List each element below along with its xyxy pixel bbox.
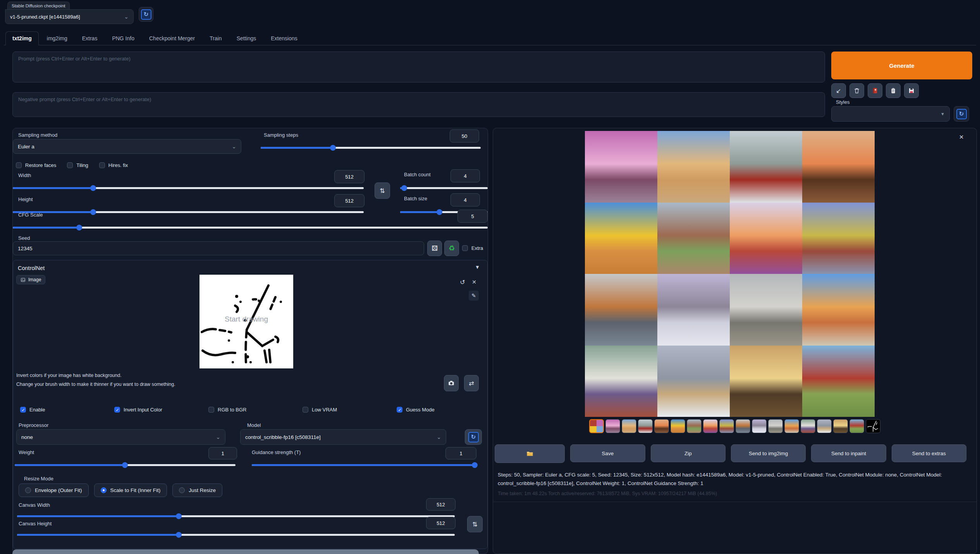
thumbnail-yellow-house-desert[interactable] bbox=[671, 419, 685, 433]
cfg-scale-input[interactable]: 5 bbox=[457, 210, 488, 223]
thumbnail-barn-golden-sunset[interactable] bbox=[833, 419, 848, 433]
thumbnail-coastal-road-houses[interactable] bbox=[736, 419, 750, 433]
collapse-panel-button[interactable]: ▼ bbox=[475, 264, 480, 270]
send-to-img2img-button[interactable]: Send to img2img bbox=[731, 444, 806, 462]
gallery-image-red-house-purple-path[interactable] bbox=[730, 203, 802, 274]
thumbnail-grid[interactable] bbox=[589, 419, 604, 433]
height-input[interactable]: 512 bbox=[334, 194, 364, 207]
mirror-webcam-button[interactable]: ⇄ bbox=[464, 375, 479, 391]
refresh-models-button[interactable]: ↻ bbox=[465, 429, 482, 445]
thumbnail-red-farmhouse-meadow[interactable] bbox=[849, 419, 864, 433]
tiling-checkbox[interactable] bbox=[67, 162, 73, 168]
gallery-image-snowy-mountain-cabin[interactable] bbox=[657, 346, 730, 417]
resize-option-just-resize[interactable]: Just Resize bbox=[172, 483, 222, 497]
checkbox-enable[interactable]: Enable bbox=[20, 407, 114, 413]
canvas-height-input[interactable]: 512 bbox=[426, 517, 456, 529]
zip-button[interactable]: Zip bbox=[651, 444, 726, 462]
checkbox-restore-faces[interactable]: Restore faces bbox=[16, 162, 56, 168]
script-section-edge[interactable] bbox=[12, 549, 479, 554]
negative-prompt-input[interactable] bbox=[12, 92, 825, 117]
checkbox-rgb-to-bgr[interactable]: RGB to BGR bbox=[208, 407, 303, 413]
tab-extras[interactable]: Extras bbox=[76, 32, 104, 45]
resize-option-envelope-outer-fit[interactable]: Envelope (Outer Fit) bbox=[19, 483, 89, 497]
prompt-input[interactable] bbox=[12, 52, 825, 83]
tab-checkpoint-merger[interactable]: Checkpoint Merger bbox=[143, 32, 201, 45]
gallery-image-dark-house-orange-sunset[interactable] bbox=[802, 131, 875, 203]
thumbnail-snowy-village-lane[interactable] bbox=[752, 419, 767, 433]
gallery-image-colorful-street-sunburst[interactable] bbox=[802, 203, 875, 274]
tab-train[interactable]: Train bbox=[203, 32, 228, 45]
checkbox-guess-mode[interactable]: Guess Mode bbox=[397, 407, 491, 413]
save-style-button[interactable] bbox=[904, 83, 919, 98]
thumbnail-grayscale-old-house[interactable] bbox=[768, 419, 783, 433]
close-gallery-button[interactable]: ✕ bbox=[957, 133, 966, 141]
checkpoint-dropdown[interactable]: v1-5-pruned.ckpt [e1441589a6] ⌄ bbox=[5, 9, 134, 24]
swap-width-height-button[interactable]: ⇅ bbox=[375, 182, 390, 199]
seed-input[interactable]: 12345 bbox=[13, 241, 424, 255]
cfg-scale-slider[interactable] bbox=[13, 224, 488, 231]
preprocessor-dropdown[interactable]: none ⌄ bbox=[16, 429, 225, 445]
generate-button[interactable]: Generate bbox=[831, 52, 972, 79]
height-slider[interactable] bbox=[13, 209, 364, 215]
thumbnail-village-street-purple-sunset[interactable] bbox=[605, 419, 620, 433]
webcam-button[interactable] bbox=[444, 375, 459, 391]
width-input[interactable]: 512 bbox=[334, 170, 364, 183]
weight-input[interactable]: 1 bbox=[208, 447, 237, 459]
gallery-image-barn-golden-sunset[interactable] bbox=[730, 346, 802, 417]
tab-extensions[interactable]: Extensions bbox=[264, 32, 304, 45]
gallery-image-grayscale-old-house[interactable] bbox=[730, 274, 802, 346]
thumbnail-scribble[interactable] bbox=[866, 419, 880, 433]
brush-button[interactable]: ✎ bbox=[469, 291, 479, 301]
thumbnail-dark-house-orange-sunset[interactable] bbox=[654, 419, 669, 433]
tab-txt2img[interactable]: txt2img bbox=[5, 31, 39, 45]
open-folder-button[interactable] bbox=[495, 444, 565, 463]
weight-slider[interactable] bbox=[15, 462, 236, 468]
gallery-image-cottage-blue-sky[interactable] bbox=[657, 131, 730, 203]
gallery-image-red-houses-snowy-mountain[interactable] bbox=[730, 131, 802, 203]
thumbnail-cottage-blue-sky[interactable] bbox=[622, 419, 636, 433]
rgb-to-bgr-checkbox[interactable] bbox=[208, 407, 214, 413]
checkbox-invert-input-color[interactable]: Invert Input Color bbox=[114, 407, 208, 413]
refresh-checkpoint-button[interactable]: ↻ bbox=[139, 7, 153, 22]
gallery-image-stone-house-green-yard[interactable] bbox=[657, 203, 730, 274]
thumbnail-snowy-mountain-cabin[interactable] bbox=[817, 419, 832, 433]
swap-canvas-dims-button[interactable]: ⇅ bbox=[467, 516, 483, 532]
styles-dropdown[interactable]: ▼ bbox=[831, 106, 950, 122]
guidance-strength-slider[interactable] bbox=[252, 462, 475, 468]
random-seed-button[interactable]: ⚄ bbox=[427, 241, 442, 256]
paste-params-button[interactable] bbox=[886, 83, 901, 98]
refresh-styles-button[interactable]: ↻ bbox=[954, 106, 969, 122]
restore-faces-checkbox[interactable] bbox=[16, 162, 22, 168]
gallery-image-coastal-road-houses[interactable] bbox=[585, 274, 657, 346]
gallery-image-snowy-village-lane[interactable] bbox=[657, 274, 730, 346]
thumbnail-colorful-street-sunburst[interactable] bbox=[719, 419, 734, 433]
batch-count-input[interactable]: 4 bbox=[450, 169, 480, 182]
canvas-width-slider[interactable] bbox=[17, 513, 455, 519]
width-slider[interactable] bbox=[13, 185, 364, 191]
gallery-image-village-street-purple-sunset[interactable] bbox=[585, 131, 657, 203]
tab-png-info[interactable]: PNG Info bbox=[105, 32, 141, 45]
scribble-canvas[interactable]: Start drawing bbox=[199, 275, 293, 368]
gallery-image-yellow-house-desert[interactable] bbox=[585, 203, 657, 274]
batch-count-slider[interactable] bbox=[400, 185, 488, 191]
thumbnail-white-house-red-brush[interactable] bbox=[801, 419, 815, 433]
thumbnail-sunny-village-street[interactable] bbox=[784, 419, 799, 433]
hires-fix-checkbox[interactable] bbox=[99, 162, 105, 168]
invert-input-color-checkbox[interactable] bbox=[114, 407, 120, 413]
checkbox-extra-seed[interactable]: Extra bbox=[462, 245, 483, 251]
reuse-seed-button[interactable]: ♻ bbox=[444, 241, 459, 256]
style-book-button[interactable] bbox=[868, 83, 882, 98]
gallery-image-sunny-village-street[interactable] bbox=[802, 274, 875, 346]
low-vram-checkbox[interactable] bbox=[303, 407, 308, 413]
canvas-height-slider[interactable] bbox=[17, 532, 455, 538]
send-to-inpaint-button[interactable]: Send to inpaint bbox=[811, 444, 886, 462]
tab-image[interactable]: Image bbox=[16, 275, 45, 284]
resize-option-scale-to-fit-inner-fit[interactable]: Scale to Fit (Inner Fit) bbox=[94, 483, 167, 497]
gallery-image-white-house-red-brush[interactable] bbox=[585, 346, 657, 417]
tab-img2img[interactable]: img2img bbox=[40, 32, 74, 45]
checkbox-hires-fix[interactable]: Hires. fix bbox=[99, 162, 128, 168]
checkbox-tiling[interactable]: Tiling bbox=[67, 162, 88, 168]
gallery-image-red-farmhouse-meadow[interactable] bbox=[802, 346, 875, 417]
canvas-width-input[interactable]: 512 bbox=[426, 498, 456, 511]
thumbnail-stone-house-green-yard[interactable] bbox=[687, 419, 701, 433]
